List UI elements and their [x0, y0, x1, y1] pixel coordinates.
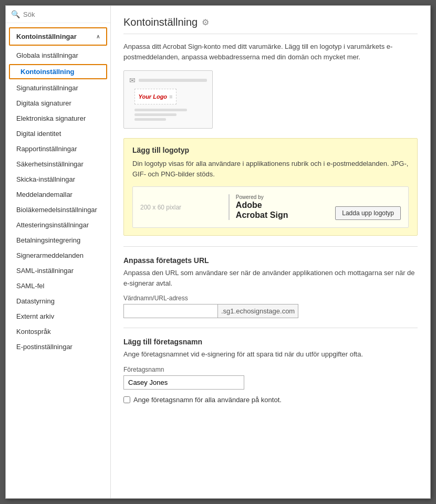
search-box[interactable]: 🔍 — [6, 6, 110, 23]
powered-by-block: Powered by AdobeAcrobat Sign — [229, 194, 288, 220]
company-checkbox[interactable] — [123, 396, 130, 403]
company-name-input[interactable] — [123, 375, 244, 390]
sidebar-item-saml[interactable]: SAML-inställningar — [6, 263, 110, 278]
sidebar-item-meddelandemallar[interactable]: Meddelandemallar — [6, 187, 110, 202]
email-bar — [139, 79, 207, 82]
url-field-label: Värdnamn/URL-adress — [123, 295, 418, 302]
search-input[interactable] — [23, 10, 105, 18]
sidebar-item-sakerhet[interactable]: Säkerhetsinställningar — [6, 156, 110, 172]
sidebar-item-rapport[interactable]: Rapportinställningar — [6, 141, 110, 156]
sidebar-item-betalning[interactable]: Betalningsintegrering — [6, 233, 110, 248]
brand-name: AdobeAcrobat Sign — [236, 200, 288, 220]
sidebar-item-datastyrning[interactable]: Datastyrning — [6, 293, 110, 309]
sidebar-item-biolakemedel[interactable]: Bioläkemedelsinställningar — [6, 202, 110, 217]
company-section-desc: Ange företagsnamnet vid e-signering för … — [123, 349, 418, 360]
url-suffix: .sg1.echosignstage.com — [218, 304, 298, 318]
sidebar-item-epost[interactable]: E-postinställningar — [6, 339, 110, 354]
sidebar-item-kontosprak[interactable]: Kontospråk — [6, 324, 110, 339]
nav-group-kontoinstellningar[interactable]: Kontoinställningar ∧ — [9, 27, 107, 46]
company-section-title: Lägg till företagsnamn — [123, 338, 418, 346]
url-section: Anpassa företagets URL Anpassa den URL s… — [123, 256, 418, 318]
url-section-title: Anpassa företagets URL — [123, 256, 418, 265]
logo-section-description: Din logotyp visas för alla användare i a… — [132, 159, 409, 179]
powered-by-label: Powered by — [236, 194, 264, 200]
sidebar-item-attester[interactable]: Attesteringsinställningar — [6, 217, 110, 233]
upload-logo-button[interactable]: Ladda upp logotyp — [335, 206, 401, 220]
main-content: Kontoinställning ⚙ Anpassa ditt Acrobat … — [111, 6, 430, 498]
logo-section-title: Lägg till logotyp — [132, 146, 409, 154]
logo-upload-area: 200 x 60 pixlar Powered by AdobeAcrobat … — [132, 186, 409, 228]
page-title: Kontoinställning ⚙ — [123, 16, 418, 34]
email-icon: ✉ — [129, 76, 136, 85]
sidebar-item-globala[interactable]: Globala inställningar — [6, 48, 110, 63]
url-input-row: .sg1.echosignstage.com — [123, 304, 418, 318]
sidebar-item-digital-id[interactable]: Digital identitet — [6, 126, 110, 141]
logo-section: Lägg till logotyp Din logotyp visas för … — [123, 138, 418, 236]
company-field-label: Företagsnamn — [123, 366, 418, 373]
checkbox-row: Ange företagsnamn för alla användare på … — [123, 396, 418, 404]
sidebar: 🔍 Kontoinställningar ∧ Globala inställni… — [6, 6, 111, 498]
email-preview-card: ✉ Your Logo ≡ — [123, 70, 213, 129]
search-icon: 🔍 — [11, 10, 20, 18]
checkbox-label: Ange företagsnamn för alla användare på … — [133, 396, 282, 404]
gray-line-1 — [134, 109, 187, 111]
gray-line-2 — [134, 113, 177, 116]
sidebar-item-saml-fel[interactable]: SAML-fel — [6, 278, 110, 293]
sidebar-item-digitala-sig[interactable]: Digitala signaturer — [6, 96, 110, 111]
preview-lines — [134, 109, 207, 121]
url-input[interactable] — [123, 304, 218, 318]
page-description: Anpassa ditt Acrobat Sign-konto med ditt… — [123, 41, 418, 62]
sidebar-item-skicka[interactable]: Skicka-inställningar — [6, 172, 110, 187]
sidebar-item-signatur[interactable]: Signaturinställningar — [6, 80, 110, 96]
your-logo-text: Your Logo — [138, 93, 167, 100]
logo-placeholder: Your Logo ≡ — [134, 89, 177, 104]
company-section: Lägg till företagsnamn Ange företagsnamn… — [123, 338, 418, 404]
divider-1 — [123, 246, 418, 247]
app-window: 🔍 Kontoinställningar ∧ Globala inställni… — [5, 5, 431, 499]
url-section-desc: Anpassa den URL som användare ser när de… — [123, 268, 418, 288]
sidebar-nav: Kontoinställningar ∧ Globala inställning… — [6, 23, 110, 498]
sidebar-item-externt-arkiv[interactable]: Externt arkiv — [6, 309, 110, 324]
sidebar-item-signerarmeddelanden[interactable]: Signerarmeddelanden — [6, 248, 110, 263]
sidebar-item-elektroniska[interactable]: Elektroniska signaturer — [6, 111, 110, 126]
settings-icon: ⚙ — [202, 17, 209, 27]
chevron-up-icon: ∧ — [96, 34, 100, 39]
gray-line-3 — [134, 118, 166, 121]
nav-group-label: Kontoinställningar — [16, 33, 77, 40]
sidebar-item-kontoinst[interactable]: Kontoinställning — [9, 64, 107, 79]
divider-2 — [123, 328, 418, 328]
logo-size-text: 200 x 60 pixlar — [140, 204, 181, 211]
